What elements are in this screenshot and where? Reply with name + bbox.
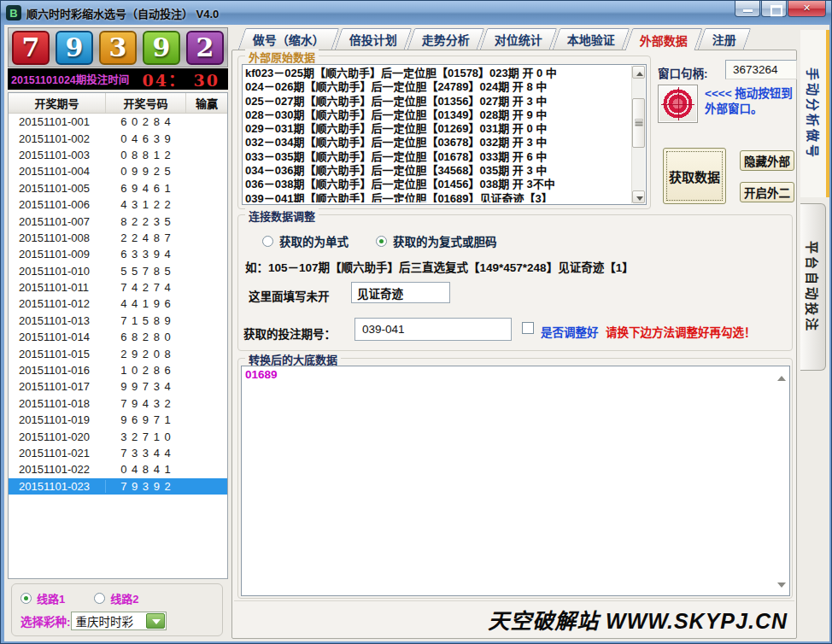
cell-code: 2 2 4 8 7 (106, 231, 186, 244)
fetch-data-button[interactable]: 获取数据 (663, 148, 726, 204)
table-row[interactable]: 20151101-009 6 3 3 9 4 (9, 246, 227, 262)
column-header-period: 开奖期号 (9, 93, 106, 113)
table-row[interactable]: 20151101-012 4 4 1 9 6 (9, 296, 227, 312)
close-icon[interactable] (788, 1, 826, 17)
cell-period: 20151101-021 (9, 447, 106, 460)
converted-data-textarea[interactable]: 01689 (241, 366, 790, 596)
draw-results-table[interactable]: 开奖期号 开奖号码 输赢 20151101-001 6 0 2 8 4 2015… (8, 92, 228, 579)
cell-period: 20151101-014 (9, 331, 106, 343)
listbox-scrollbar[interactable] (631, 66, 645, 203)
raw-data-line: kf023－025期【顺六助手】后一定位胆【01578】023期 开 0 中 (245, 67, 629, 80)
textarea-scroll-down-icon[interactable] (777, 583, 786, 592)
minimize-icon[interactable] (735, 1, 760, 17)
table-row[interactable]: 20151101-017 9 9 7 3 4 (9, 378, 227, 395)
single-format-label: 获取的为单式 (279, 232, 349, 249)
route2-radio[interactable] (94, 593, 105, 604)
side-tab[interactable]: 平台自动投注 (800, 203, 826, 371)
cell-period: 20151101-006 (9, 198, 106, 211)
window-handle-field[interactable]: 3673264 (725, 60, 797, 79)
cell-code: 7 9 4 3 2 (106, 397, 186, 410)
table-row[interactable]: 20151101-021 7 3 3 4 4 (9, 445, 227, 461)
main-tab[interactable]: 外部数据 (625, 28, 703, 50)
lottery-ball: 3 (99, 31, 137, 65)
table-row[interactable]: 20151101-013 7 1 5 8 9 (9, 313, 227, 329)
main-tab[interactable]: 注册 (698, 28, 752, 50)
tab-label: 对位统计 (495, 31, 542, 48)
chevron-down-icon[interactable] (146, 613, 165, 629)
multi-format-radio[interactable] (376, 236, 387, 247)
open-external2-button[interactable]: 开启外二 (740, 182, 794, 202)
table-row[interactable]: 20151101-004 0 9 9 2 5 (9, 163, 227, 179)
raw-data-line: 036－038期【顺六助手】后一定位胆【01456】038期 开 3不中 (245, 178, 629, 191)
scroll-up-icon[interactable] (632, 66, 645, 79)
raw-data-line: 025－027期【顺六助手】后一定位胆【01356】027期 开 3 中 (245, 95, 629, 108)
lottery-type-select[interactable]: 重庆时时彩 (71, 612, 167, 630)
table-row[interactable]: 20151101-020 3 2 7 1 0 (9, 428, 227, 444)
raw-data-line: 028－030期【顺六助手】后一定位胆【01349】028期 开 9 中 (245, 108, 629, 122)
textarea-scroll-up-icon[interactable] (777, 372, 786, 381)
table-header: 开奖期号 开奖号码 输赢 (9, 93, 227, 114)
line-and-lottery-group: 线路1 线路2 选择彩种: 重庆时时彩 (11, 583, 223, 636)
scroll-down-icon[interactable] (632, 190, 645, 203)
cell-period: 20151101-002 (9, 132, 106, 145)
maximize-icon[interactable] (761, 1, 787, 17)
app-window: B 顺六时时彩缩水选号（自动投注） V4.0 7 9 3 9 2 2015110… (0, 0, 832, 644)
table-row[interactable]: 20151101-015 2 9 2 0 8 (9, 345, 227, 361)
table-row[interactable]: 20151101-008 2 2 4 8 7 (9, 230, 227, 246)
raw-data-group-title: 外部原始数据 (245, 49, 319, 65)
table-row[interactable]: 20151101-011 7 4 2 7 4 (9, 279, 227, 296)
notopen-label: 这里面填写未开 (249, 287, 330, 304)
table-row[interactable]: 20151101-016 1 0 2 8 6 (9, 362, 227, 378)
main-tab[interactable]: 本地验证 (553, 28, 630, 50)
column-header-code: 开奖号码 (106, 93, 186, 113)
raw-data-listbox[interactable]: kf023－025期【顺六助手】后一定位胆【01578】023期 开 0 中 0… (242, 64, 647, 205)
table-row[interactable]: 20151101-007 8 2 2 3 5 (9, 213, 227, 229)
side-tab[interactable]: 手动分析做号 (800, 30, 829, 197)
main-tab[interactable]: 倍投计划 (335, 28, 413, 50)
scrollbar-thumb[interactable] (632, 98, 645, 148)
cell-code: 6 3 3 9 4 (106, 248, 186, 261)
window-handle-label: 窗口句柄: (658, 64, 708, 81)
drag-target-button[interactable] (658, 85, 698, 123)
hide-external-button[interactable]: 隐藏外部 (740, 150, 794, 171)
table-row[interactable]: 20151101-018 7 9 4 3 2 (9, 395, 227, 412)
cell-code: 9 9 7 3 4 (106, 380, 186, 393)
adjusted-checkbox[interactable] (522, 322, 534, 334)
table-row[interactable]: 20151101-006 4 3 1 2 2 (9, 196, 227, 213)
single-format-radio[interactable] (262, 236, 273, 247)
countdown-bar: 20151101024期投注时间 04： 30 (8, 68, 228, 90)
cell-period: 20151101-019 (9, 413, 106, 426)
route1-radio[interactable] (21, 593, 32, 604)
external-data-page: 外部原始数据 kf023－025期【顺六助手】后一定位胆【01578】023期 … (231, 50, 797, 639)
table-row[interactable]: 20151101-005 6 9 4 6 1 (9, 180, 227, 196)
table-row[interactable]: 20151101-001 6 0 2 8 4 (9, 114, 227, 130)
cell-code: 4 3 1 2 2 (106, 198, 186, 211)
table-row[interactable]: 20151101-023 7 9 3 9 2 (9, 478, 227, 495)
main-tab[interactable]: 走势分析 (407, 28, 485, 50)
table-row[interactable]: 20151101-014 6 8 2 8 0 (9, 329, 227, 345)
table-row[interactable]: 20151101-002 0 4 6 3 9 (9, 130, 227, 146)
notopen-field[interactable]: 见证奇迹 (351, 282, 450, 303)
cell-period: 20151101-012 (9, 297, 106, 310)
cell-code: 4 4 1 9 6 (106, 297, 186, 310)
raw-data-group: 外部原始数据 kf023－025期【顺六助手】后一定位胆【01578】023期 … (237, 56, 651, 209)
main-tab[interactable]: 对位统计 (480, 28, 558, 50)
lottery-type-value: 重庆时时彩 (76, 612, 134, 629)
raw-data-line: 024－026期【顺六助手】后一定位胆【24789】024期 开 8 中 (245, 80, 629, 94)
bet-period-field[interactable]: 039-041 (354, 318, 512, 341)
table-row[interactable]: 20151101-003 0 8 8 1 2 (9, 147, 227, 163)
cell-code: 7 4 2 7 4 (106, 281, 186, 294)
table-row[interactable]: 20151101-010 5 5 7 8 5 (9, 263, 227, 279)
cell-code: 9 6 9 7 1 (106, 413, 186, 426)
cell-code: 6 0 2 8 4 (106, 115, 186, 128)
lottery-ball: 9 (143, 31, 180, 65)
table-row[interactable]: 20151101-019 9 6 9 7 1 (9, 412, 227, 428)
drag-hint-line1: <<<< 拖动按钮到 (705, 86, 797, 102)
cell-code: 8 2 2 3 5 (106, 215, 186, 228)
main-tab[interactable]: 做号（缩水） (238, 28, 340, 50)
cell-code: 1 0 2 8 6 (106, 364, 186, 377)
table-row[interactable]: 20151101-022 0 4 8 4 1 (9, 461, 227, 477)
bullseye-icon (663, 89, 693, 119)
cell-code: 0 4 6 3 9 (106, 132, 186, 145)
drag-hint-line2: 外部窗口。 (705, 102, 797, 117)
